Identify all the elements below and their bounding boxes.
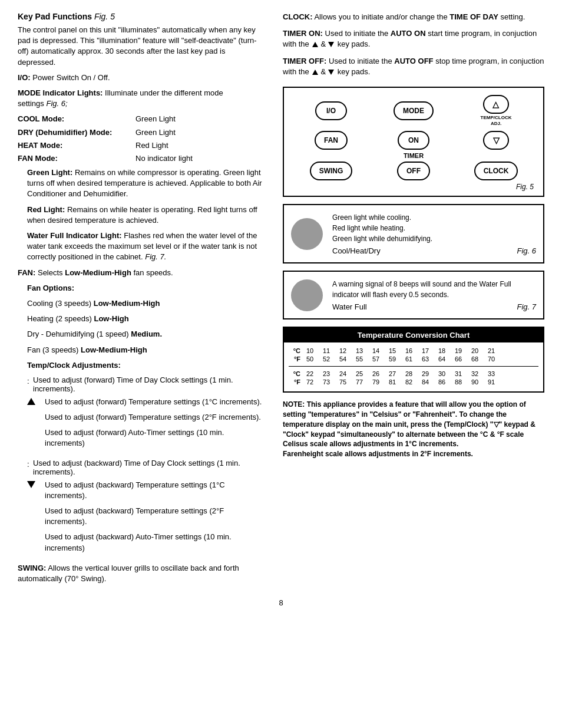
fan-opt-2: Heating (2 speeds) Low-High <box>27 314 265 324</box>
temp-row-f1: °F 50 52 54 55 57 59 61 63 64 66 68 70 <box>289 355 538 363</box>
key-swing[interactable]: SWING <box>310 162 353 180</box>
temp-label-c1: °C <box>289 347 300 354</box>
down-arrow-symbol-row: Used to adjust (backward) Temperature se… <box>27 480 265 558</box>
note-para: NOTE: This appliance provides a feature … <box>283 400 544 459</box>
page-number: 8 <box>18 598 544 607</box>
temp-clock-section: Temp/Clock Adjustments: : Used to adjust… <box>27 360 265 558</box>
tc-17: 17 <box>418 347 432 354</box>
temp-label-c2: °C <box>289 370 300 377</box>
mode-row-heat: HEAT Mode: Red Light <box>18 140 265 151</box>
tc-19: 19 <box>451 347 465 354</box>
tc-21: 21 <box>484 347 498 354</box>
key-fan[interactable]: FAN <box>315 131 348 150</box>
section-fig-ref: Fig. 5 <box>94 12 115 21</box>
down-arrow-col <box>27 481 45 490</box>
tc-20: 20 <box>468 347 482 354</box>
mode-dry-value: Green Light <box>135 127 265 138</box>
fig6-line3: Green light while dehumidifying. <box>332 233 536 244</box>
temp-label-f1: °F <box>289 355 300 363</box>
temp-chart: Temperature Conversion Chart °C 10 11 12… <box>283 327 544 393</box>
swing-text: Allows the vertical louver grills to osc… <box>18 564 239 583</box>
key-mode[interactable]: MODE <box>394 101 434 120</box>
green-light-title: Green Light: <box>27 168 72 177</box>
key-up[interactable]: △ <box>483 95 509 114</box>
clock-label: CLOCK: <box>283 12 313 21</box>
clock-text: Allows you to initiate and/or change the… <box>314 12 525 21</box>
modes-list: COOL Mode: Green Light DRY (Dehumidifier… <box>18 114 265 164</box>
key-off[interactable]: OFF <box>397 162 430 180</box>
timer-off-up-icon <box>312 70 318 75</box>
fig6-bottom: Cool/Heat/Dry Fig. 6 <box>332 246 536 255</box>
temp-chart-body: °C 10 11 12 13 14 15 16 17 18 19 20 21 °… <box>284 342 543 391</box>
mode-row-dry: DRY (Dehumidifier) Mode: Green Light <box>18 127 265 138</box>
down-arrow-texts: Used to adjust (backward) Temperature se… <box>45 480 265 558</box>
down-arrow-section: : Used to adjust (backward) Time of Day … <box>27 459 265 558</box>
temp-clock-adj-label: TEMP/CLOCKADJ. <box>481 115 512 126</box>
tc-16: 16 <box>402 347 416 354</box>
temp-label-f2: °F <box>289 378 300 386</box>
temp-chart-title: Temperature Conversion Chart <box>284 328 543 342</box>
keypad-diagram: I/O MODE △ TEMP/CLOCKADJ. FAN ON ▽ TIMER… <box>283 87 544 197</box>
fig6-line1: Green light while cooling. <box>332 212 536 223</box>
up-triangle-icon <box>27 398 35 405</box>
fig6-label: Cool/Heat/Dry <box>332 246 381 255</box>
water-full-title: Water Full Indicator Light: <box>27 231 122 240</box>
swing-line: SWING: Allows the vertical louver grills… <box>18 563 265 584</box>
temp-row-c2: °C 22 23 24 25 26 27 28 29 30 31 32 33 <box>289 370 538 377</box>
key-on[interactable]: ON <box>398 131 429 150</box>
temp-divider <box>289 366 538 367</box>
timer-label: TIMER <box>404 152 424 159</box>
water-full-para: Water Full Indicator Light: Flashes red … <box>27 230 265 263</box>
mode-cool-value: Green Light <box>135 114 265 124</box>
up-arrow-symbol-row: Used to adjust (forward) Temperature set… <box>27 397 265 454</box>
temp-row-f2: °F 72 73 75 77 79 81 82 84 86 88 90 91 <box>289 378 538 386</box>
water-full-section: Water Full Indicator Light: Flashes red … <box>27 230 265 263</box>
io-text: Power Switch On / Off. <box>32 73 110 82</box>
mode-indicator-fig: Fig. 6; <box>46 99 67 108</box>
fig7-bottom: Water Full Fig. 7 <box>332 302 536 311</box>
tc-15: 15 <box>385 347 399 354</box>
note-section: NOTE: This appliance provides a feature … <box>283 400 544 459</box>
mode-heat-label: HEAT Mode: <box>18 140 135 151</box>
fan-opt-4: Fan (3 speeds) Low-Medium-High <box>27 345 265 355</box>
mode-dry-label: DRY (Dehumidifier) Mode: <box>18 127 135 138</box>
fig7-box: A warning signal of 8 beeps will sound a… <box>283 271 544 319</box>
temp-row-c1: °C 10 11 12 13 14 15 16 17 18 19 20 21 <box>289 347 538 354</box>
red-light-section: Red Light: Remains on while heater is op… <box>27 205 265 226</box>
timer-on-desc: TIMER ON: Used to initiate the AUTO ON s… <box>283 28 544 50</box>
left-column: Key Pad Functions Fig. 5 The control pan… <box>18 12 265 589</box>
fig7-ref: Fig. 7 <box>517 302 536 311</box>
intro-paragraph: The control panel on this unit "illumina… <box>18 25 265 68</box>
key-clock[interactable]: CLOCK <box>474 162 518 180</box>
timer-off-down-icon <box>328 70 334 75</box>
fan-options-title: Fan Options: <box>27 283 265 294</box>
key-io[interactable]: I/O <box>315 101 347 120</box>
up-colon-text: Used to adjust (forward) Time of Day Clo… <box>33 375 265 393</box>
fig6-indicator-circle <box>291 218 323 250</box>
section-title-text: Key Pad Functions <box>18 12 92 21</box>
mode-fan-label: FAN Mode: <box>18 153 135 164</box>
fig7-text: A warning signal of 8 beeps will sound a… <box>332 279 536 300</box>
mode-indicator-label: MODE Indicator Lights: <box>18 88 103 97</box>
red-light-title: Red Light: <box>27 205 65 214</box>
up-arrow-row: : Used to adjust (forward) Time of Day C… <box>27 375 265 393</box>
mode-row-fan: FAN Mode: No indicator light <box>18 153 265 164</box>
io-line: I/O: Power Switch On / Off. <box>18 73 265 83</box>
fan-opt-1: Cooling (3 speeds) Low-Medium-High <box>27 298 265 309</box>
down-triangle-icon <box>27 481 35 488</box>
down-colon: : <box>27 460 33 469</box>
tc-11: 11 <box>319 347 333 354</box>
tc-10: 10 <box>303 347 317 354</box>
io-label: I/O: <box>18 73 31 82</box>
fig6-text: Green light while cooling. Red light whi… <box>332 212 536 244</box>
fig6-ref: Fig. 6 <box>517 246 536 255</box>
tc-18: 18 <box>435 347 449 354</box>
right-descriptions: CLOCK: Allows you to initiate and/or cha… <box>283 12 544 77</box>
key-down[interactable]: ▽ <box>483 131 509 150</box>
clock-desc: CLOCK: Allows you to initiate and/or cha… <box>283 12 544 22</box>
section-title: Key Pad Functions Fig. 5 <box>18 12 265 21</box>
page-layout: Key Pad Functions Fig. 5 The control pan… <box>18 12 544 589</box>
up-arrow-section: : Used to adjust (forward) Time of Day C… <box>27 375 265 454</box>
fan-options-section: Fan Options: Cooling (3 speeds) Low-Medi… <box>27 283 265 355</box>
water-full-fig: Fig. 7. <box>145 252 166 261</box>
